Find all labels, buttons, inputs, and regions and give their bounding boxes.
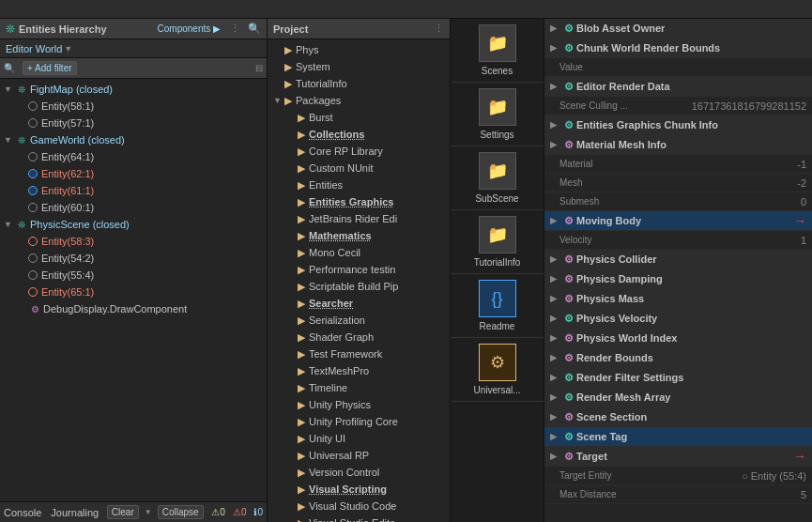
editor-world-bar[interactable]: Editor World ▼ [0, 39, 267, 58]
hierarchy-collapse-icon[interactable]: ⊟ [255, 63, 263, 73]
tree-item-entity-64-1[interactable]: Entity(64:1) [0, 148, 267, 165]
tree-item-entity-65-1[interactable]: Entity(65:1) [0, 284, 267, 300]
tree-item-entity-62-1[interactable]: Entity(62:1) [0, 165, 267, 182]
project-item[interactable]: ▶Phys [268, 41, 450, 58]
components-tab[interactable]: Components ▶ [158, 23, 221, 34]
tree-item-physicscene[interactable]: ▼❊PhysicScene (closed) [0, 216, 267, 233]
inspector-arrow: ▶ [550, 140, 561, 149]
inspector-row-material-mesh-info[interactable]: ▶⚙Material Mesh Info [544, 135, 812, 155]
project-item[interactable]: ▶Mathematics [268, 227, 450, 244]
scene-item-settings[interactable]: 📁 Settings [451, 83, 544, 146]
scene-item-universal...[interactable]: ⚙ Universal... [451, 338, 544, 402]
inspector-row-entities-graphics-chunk[interactable]: ▶⚙Entities Graphics Chunk Info [544, 115, 812, 135]
tree-item-gameworld[interactable]: ▼❊GameWorld (closed) [0, 131, 267, 148]
project-item[interactable]: ▶Unity Profiling Core [268, 413, 450, 430]
project-item[interactable]: ▶Serialization [268, 312, 450, 329]
tree-item-debug-display[interactable]: ⚙DebugDisplay.DrawComponent [0, 300, 267, 317]
tree-item-entity-54-2[interactable]: Entity(54:2) [0, 250, 267, 267]
project-item[interactable]: ▶Universal RP [268, 447, 450, 464]
tree-item-entity-58-3[interactable]: Entity(58:3) [0, 233, 267, 250]
project-item[interactable]: ▶Performance testin [268, 261, 450, 278]
project-item-label: Custom NUnit [309, 162, 373, 174]
project-item[interactable]: ▶Collections [268, 126, 450, 143]
scene-item-tutorialinfo[interactable]: 📁 TutorialInfo [451, 210, 544, 274]
inspector-comp-icon: ⚙ [561, 252, 576, 267]
editor-world-dropdown-icon[interactable]: ▼ [64, 44, 72, 54]
project-item[interactable]: ▶Burst [268, 109, 450, 126]
hierarchy-menu-icon[interactable]: ⋮ [230, 23, 240, 35]
project-item-label: Visual Scripting [309, 484, 387, 495]
tree-item-entity-61-1[interactable]: Entity(61:1) [0, 182, 267, 199]
tree-arrow: ▼ [4, 84, 13, 94]
tree-item-entity-55-4[interactable]: Entity(55:4) [0, 267, 267, 284]
folder-icon: ▶ [298, 382, 305, 394]
project-item[interactable]: ▶Entities [268, 177, 450, 193]
project-menu-icon[interactable]: ⋮ [434, 23, 444, 35]
console-tab[interactable]: Console [4, 507, 41, 518]
inspector-sub-value: 0 [801, 196, 806, 207]
tree-item-label: FightMap (closed) [30, 84, 113, 95]
inspector-row-scene-section[interactable]: ▶⚙Scene Section [544, 407, 812, 427]
project-item[interactable]: ▶Scriptable Build Pip [268, 278, 450, 295]
inspector-row-moving-body[interactable]: ▶⚙Moving Body→ [544, 211, 812, 231]
scenes-panel: 📁 Scenes 📁 Settings 📁 SubScene 📁 Tutoria… [451, 19, 544, 522]
inspector-row-physics-velocity[interactable]: ▶⚙Physics Velocity [544, 309, 812, 329]
journaling-tab[interactable]: Journaling [51, 507, 99, 518]
inspector-row-physics-damping[interactable]: ▶⚙Physics Damping [544, 269, 812, 289]
hierarchy-search-icon[interactable]: 🔍 [248, 23, 261, 35]
inspector-arrow: ▶ [550, 392, 561, 402]
project-item-label: Mathematics [309, 230, 372, 241]
inspector-row-physics-mass[interactable]: ▶⚙Physics Mass [544, 289, 812, 309]
project-item[interactable]: ▶Mono Cecil [268, 244, 450, 261]
hierarchy-filter-bar: 🔍 + Add filter ⊟ [0, 58, 267, 79]
project-item-label: Core RP Library [309, 146, 383, 157]
inspector-row-target[interactable]: ▶⚙Target→ [544, 447, 812, 467]
inspector-row-physics-world-index[interactable]: ▶⚙Physics World Index [544, 329, 812, 348]
tree-item-label: Entity(54:2) [41, 253, 94, 264]
inspector-comp-icon: ⚙ [561, 390, 576, 405]
inspector-row-chunk-world-render[interactable]: ▶⚙Chunk World Render Bounds [544, 38, 812, 58]
project-item[interactable]: ▶TutorialInfo [268, 75, 450, 92]
project-item[interactable]: ▶Shader Graph [268, 329, 450, 345]
folder-icon: ▶ [284, 61, 292, 73]
project-item[interactable]: ▶Core RP Library [268, 143, 450, 160]
editor-world-label: Editor World [6, 43, 62, 54]
project-item[interactable]: ▶Visual Scripting [268, 481, 450, 498]
project-item[interactable]: ▶Unity Physics [268, 396, 450, 413]
project-item[interactable]: ▶Custom NUnit [268, 160, 450, 177]
project-item[interactable]: ▶Unity UI [268, 430, 450, 447]
collapse-button[interactable]: Collapse [158, 505, 204, 519]
tree-item-entity-60-1[interactable]: Entity(60:1) [0, 199, 267, 216]
scene-item-scenes[interactable]: 📁 Scenes [451, 19, 544, 83]
inspector-row-render-filter-settings[interactable]: ▶⚙Render Filter Settings [544, 368, 812, 388]
inspector-row-render-bounds[interactable]: ▶⚙Render Bounds [544, 348, 812, 368]
project-item[interactable]: ▼▶Packages [268, 92, 450, 109]
inspector-arrow: ▶ [550, 23, 561, 33]
project-item[interactable]: ▶Test Framework [268, 345, 450, 362]
project-item[interactable]: ▶Timeline [268, 379, 450, 396]
tree-item-entity-58-1[interactable]: Entity(58:1) [0, 98, 267, 115]
entity-circle [28, 169, 38, 178]
inspector-row-editor-render-data[interactable]: ▶⚙Editor Render Data [544, 77, 812, 97]
scene-item-subscene[interactable]: 📁 SubScene [451, 146, 544, 210]
inspector-row-physics-collider[interactable]: ▶⚙Physics Collider [544, 250, 812, 269]
add-filter-button[interactable]: + Add filter [23, 61, 77, 75]
tree-item-entity-57-1[interactable]: Entity(57:1) [0, 115, 267, 131]
project-item[interactable]: ▶JetBrains Rider Edi [268, 210, 450, 227]
inspector-row-blob-asset-owner[interactable]: ▶⚙Blob Asset Owner [544, 19, 812, 38]
tree-item-fightmap[interactable]: ▼❊FightMap (closed) [0, 81, 267, 98]
inspector-row-mesh-sub: Mesh-2 [544, 174, 812, 192]
project-item[interactable]: ▶Entities Graphics [268, 193, 450, 210]
project-item[interactable]: ▶TextMeshPro [268, 362, 450, 379]
project-item[interactable]: ▶Version Control [268, 464, 450, 481]
inspector-row-render-mesh-array[interactable]: ▶⚙Render Mesh Array [544, 388, 812, 407]
scene-item-readme[interactable]: {} Readme [451, 274, 544, 338]
inspector-row-scene-tag[interactable]: ▶⚙Scene Tag [544, 427, 812, 447]
project-item[interactable]: ▶Visual Studio Code [268, 498, 450, 514]
project-item[interactable]: ▶Searcher [268, 295, 450, 312]
folder-icon: ▶ [298, 230, 305, 242]
project-item[interactable]: ▶Visual Studio Edito [268, 514, 450, 522]
clear-button[interactable]: Clear [107, 505, 139, 519]
info-count: ℹ0 [253, 507, 263, 517]
project-item[interactable]: ▶System [268, 58, 450, 75]
